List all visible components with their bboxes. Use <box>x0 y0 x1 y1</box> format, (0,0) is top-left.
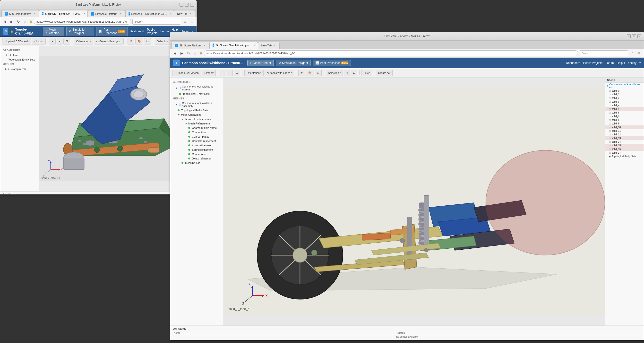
public-projects-link-2[interactable]: Public Projects <box>583 61 602 65</box>
user-dropdown-2[interactable]: ▾ <box>640 61 641 65</box>
scene-item-solid12[interactable]: ⬡ solid_12 <box>605 133 644 136</box>
public-projects-link-1[interactable]: Public Projects <box>147 28 158 35</box>
bg-btn-2[interactable]: 🎨 <box>306 70 314 76</box>
help-link-2[interactable]: Help ▾ <box>617 61 625 65</box>
zoom-in-btn-1[interactable]: + <box>50 38 56 45</box>
sidebar-topo-sets-1[interactable]: Topological Entity Sets <box>0 57 39 62</box>
tab-close-2[interactable]: ✕ <box>83 12 86 15</box>
tab-1-newtab[interactable]: New Tab ✕ <box>174 10 195 17</box>
scene-item-solid2[interactable]: ⬡ solid_2 <box>605 96 644 100</box>
forum-link-1[interactable]: Forum <box>160 30 169 33</box>
maximize-btn-2[interactable]: □ <box>632 34 636 38</box>
create-set-btn-2[interactable]: Create set <box>376 70 393 76</box>
window-controls-2[interactable]: ─ □ ✕ <box>627 34 641 38</box>
scene-root-2[interactable]: ▼ Car mono shock wishbone a... <box>605 83 644 89</box>
sidebar-contacts-2[interactable]: Contacts refinement <box>170 139 224 143</box>
forward-btn-2[interactable]: ▶ <box>179 51 184 56</box>
orientation-btn-2[interactable]: Orientation ▾ <box>244 70 264 76</box>
dashboard-link-2[interactable]: Dashboard <box>566 61 580 65</box>
reload-btn-1[interactable]: ↻ <box>16 19 21 24</box>
tab-1-simulation[interactable]: S SimScale - Simulation in you... ✕ <box>39 10 88 17</box>
orientation-btn-1[interactable]: Orientation ▾ <box>74 38 93 45</box>
scene-item-solid1[interactable]: ⬡ solid_1 <box>605 93 644 96</box>
back-btn-2[interactable]: ◀ <box>172 51 178 56</box>
scene-item-solid17[interactable]: ⬡ solid_17 <box>605 151 644 155</box>
sidebar-rims-2[interactable]: Coarse rims <box>170 152 224 156</box>
scene-item-solid4[interactable]: ⬡ solid_4 <box>605 104 644 107</box>
sidebar-arms-2[interactable]: Arms refinement <box>170 143 224 148</box>
sim-designer-btn-1[interactable]: ⚙ Simulation Designer <box>66 27 94 36</box>
close-btn-1[interactable]: ✕ <box>190 3 194 7</box>
scene-item-solid15[interactable]: ⬡ solid_15 <box>605 144 644 147</box>
selection-btn-2[interactable]: Selection ▾ <box>326 70 343 76</box>
tab-1-simscale[interactable]: S SimScale Platform ✕ <box>2 10 39 17</box>
scene-item-solid0[interactable]: ⬡ solid_0 <box>605 89 644 93</box>
select-mode2-btn-2[interactable]: ⊞ <box>351 70 357 76</box>
zoom-fit-btn-2[interactable]: ⊡ <box>234 70 240 76</box>
forum-link-2[interactable]: Forum <box>605 61 614 65</box>
bookmark-btn-1[interactable]: ☆ <box>182 19 188 24</box>
sidebar-coarse-tires-2[interactable]: Coarse tires <box>170 130 224 134</box>
sidebar-mesh-ops-2[interactable]: ▼ Mesh Operations <box>170 113 224 117</box>
import-btn-2[interactable]: ↓ Import <box>202 70 216 76</box>
scene-item-solid5[interactable]: ⬡ solid_5 <box>605 107 644 111</box>
home-btn-1[interactable]: ⌂ <box>22 19 28 24</box>
bookmark-btn-2[interactable]: ☆ <box>630 51 635 56</box>
sidebar-mesh-2[interactable]: ▼ ⬡ Car mono shock wishbone assembly... <box>170 101 224 108</box>
view-mode-btn-1[interactable]: surfaces with edges ▾ <box>94 38 124 45</box>
tab-2-newtab[interactable]: New Tab ✕ <box>258 42 280 49</box>
menu-btn-1[interactable]: ≡ <box>189 19 194 24</box>
home-btn-2[interactable]: ⌂ <box>193 51 198 56</box>
sidebar-coarser-plates-2[interactable]: Coarser plates <box>170 134 224 139</box>
scene-item-solid8[interactable]: ⬡ solid_8 <box>605 118 644 122</box>
import-btn-1[interactable]: ↓ Import <box>32 38 46 45</box>
sidebar-topo-2[interactable]: Topological Entity Sets <box>170 92 224 96</box>
sidebar-mesh-topo-2[interactable]: Topological Entity Sets <box>170 108 224 113</box>
bg-btn-1[interactable]: 🎨 <box>135 38 143 45</box>
wireframe-btn-2[interactable]: ⬡ <box>315 70 322 76</box>
light-btn-1[interactable]: ☀ <box>128 38 134 45</box>
tab-close-5[interactable]: ✕ <box>189 12 192 15</box>
window-controls-1[interactable]: ─ □ ✕ <box>180 3 194 7</box>
tab-2-close-2[interactable]: ✕ <box>253 44 256 47</box>
tab-close-3[interactable]: ✕ <box>119 12 122 15</box>
zoom-out-btn-1[interactable]: − <box>56 38 62 45</box>
sidebar-spring-2[interactable]: Spring refinement <box>170 148 224 152</box>
scene-item-solid3[interactable]: ⬡ solid_3 <box>605 100 644 104</box>
sim-designer-btn-2[interactable]: ⚙ Simulation Designer <box>276 60 311 66</box>
scene-item-solid14[interactable]: ⬡ solid_14 <box>605 140 644 144</box>
scene-item-solid7[interactable]: ⬡ solid_7 <box>605 115 644 118</box>
sidebar-joints-2[interactable]: Joints refinement <box>170 156 224 161</box>
mesh-creator-btn-2[interactable]: ⬡ Mesh Creator <box>247 60 274 66</box>
light-btn-2[interactable]: ☀ <box>298 70 305 76</box>
scene-item-solid10[interactable]: ⬡ solid_10 <box>605 125 644 129</box>
scene-item-solid9[interactable]: ⬡ solid_9 <box>605 122 644 125</box>
back-btn-1[interactable]: ◀ <box>2 19 8 24</box>
tab-2-close-3[interactable]: ✕ <box>273 44 276 47</box>
minimize-btn-1[interactable]: ─ <box>180 3 184 7</box>
tab-2-simulation[interactable]: S SimScale - Simulation in you... ✕ <box>210 42 258 49</box>
tab-1-simscale2[interactable]: S SimScale Platform ✕ <box>88 10 125 17</box>
scene-item-solid6[interactable]: ⬡ solid_6 <box>605 111 644 115</box>
tab-close-1[interactable]: ✕ <box>32 12 36 15</box>
sidebar-tetra-2[interactable]: ▼ Tetra with refinements <box>170 117 224 121</box>
sidebar-mesh-refinements-2[interactable]: ▼ Mesh Refinements <box>170 121 224 126</box>
sidebar-meshing-log-2[interactable]: Meshing Log <box>170 161 224 165</box>
user-name-2[interactable]: dheiny <box>628 61 636 65</box>
url-input-2[interactable] <box>204 50 578 56</box>
tab-2-simscale[interactable]: S SimScale Platform ✕ <box>172 42 210 49</box>
tab-1-simulation2[interactable]: S SimScale - Simulation in you... ✕ <box>125 10 174 17</box>
sidebar-coarse-frame-2[interactable]: Coarse middle frame <box>170 126 224 130</box>
close-btn-2[interactable]: ✕ <box>638 34 641 38</box>
wireframe-btn-1[interactable]: ⬡ <box>144 38 151 45</box>
url-input-1[interactable] <box>34 19 131 25</box>
mesh-creator-btn-1[interactable]: ⬡ Mesh Creator <box>43 27 64 36</box>
tab-2-close-1[interactable]: ✕ <box>203 44 206 47</box>
zoom-fit-btn-1[interactable]: ⊡ <box>64 38 70 45</box>
scene-item-solid16[interactable]: ⬡ solid_16 <box>605 147 644 151</box>
maximize-btn-1[interactable]: □ <box>185 3 189 7</box>
viewport-2[interactable]: X Y Z solid_9_face_5 <box>224 78 605 325</box>
minimize-btn-2[interactable]: ─ <box>627 34 631 38</box>
tab-close-4[interactable]: ✕ <box>169 12 172 15</box>
post-processor-btn-1[interactable]: 📊 Post-Processor BETA <box>96 27 128 36</box>
